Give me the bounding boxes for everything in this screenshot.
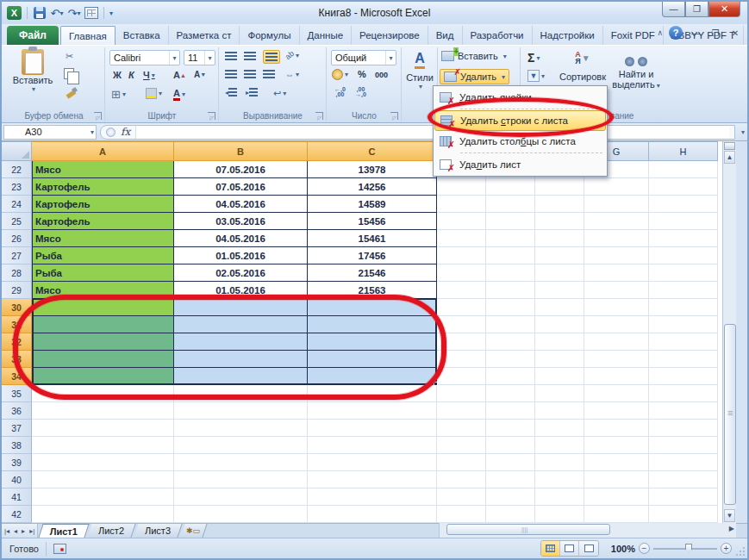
cell-H40[interactable] <box>649 471 718 488</box>
column-header-H[interactable]: H <box>649 141 718 161</box>
borders-button[interactable]: ⊞▾ <box>111 88 126 101</box>
cell-B42[interactable] <box>174 506 308 523</box>
prev-sheet-icon[interactable]: ◂ <box>14 527 17 535</box>
cell-C34[interactable] <box>308 368 437 385</box>
cell-B40[interactable] <box>174 471 308 488</box>
cell-G33[interactable] <box>584 351 649 368</box>
cell-E36[interactable] <box>486 402 535 420</box>
select-all-button[interactable] <box>2 141 32 161</box>
cell-D33[interactable] <box>437 351 486 368</box>
cell-G36[interactable] <box>584 402 649 420</box>
cell-G39[interactable] <box>584 454 649 471</box>
dialog-launcher-icon[interactable] <box>390 112 398 120</box>
cell-C42[interactable] <box>308 506 437 523</box>
cell-D24[interactable] <box>437 196 486 213</box>
column-header-B[interactable]: B <box>174 141 308 161</box>
cell-H30[interactable] <box>649 299 718 316</box>
cell-D40[interactable] <box>437 471 486 488</box>
cell-A32[interactable] <box>32 333 174 351</box>
row-header-29[interactable]: 29 <box>2 282 32 299</box>
cell-F31[interactable] <box>535 316 584 333</box>
cell-B27[interactable]: 01.05.2016 <box>174 247 308 264</box>
tab-Рецензирове[interactable]: Рецензирове <box>352 26 428 45</box>
underline-button[interactable]: Ч▾ <box>143 70 155 80</box>
insert-sheet-button[interactable]: ✱▭ <box>181 524 208 538</box>
cell-D36[interactable] <box>437 402 486 420</box>
cell-C32[interactable] <box>308 333 437 351</box>
tab-Разработчи[interactable]: Разработчи <box>463 26 533 45</box>
column-header-C[interactable]: C <box>308 141 437 161</box>
thousands-button[interactable]: 000 <box>375 71 388 79</box>
cell-B29[interactable]: 01.05.2016 <box>174 282 308 299</box>
cell-H23[interactable] <box>649 178 718 196</box>
cell-E42[interactable] <box>486 506 535 523</box>
cell-E34[interactable] <box>486 368 535 385</box>
zoom-out-icon[interactable]: − <box>639 543 650 554</box>
cell-F26[interactable] <box>535 230 584 247</box>
cell-B24[interactable]: 04.05.2016 <box>174 196 308 213</box>
paste-button[interactable]: Вставить ▾ <box>10 49 55 93</box>
cell-A24[interactable]: Картофель <box>32 196 174 213</box>
cell-H22[interactable] <box>649 161 718 178</box>
cell-G27[interactable] <box>584 247 649 264</box>
fill-button[interactable]: ▼▾ <box>527 70 545 82</box>
cell-H32[interactable] <box>649 333 718 351</box>
cell-B23[interactable]: 07.05.2016 <box>174 178 308 196</box>
tab-Разметка ст[interactable]: Разметка ст <box>169 26 240 45</box>
cell-D38[interactable] <box>437 437 486 454</box>
cell-B32[interactable] <box>174 333 308 351</box>
cell-F27[interactable] <box>535 247 584 264</box>
cell-H41[interactable] <box>649 488 718 506</box>
cell-A30[interactable] <box>32 299 174 316</box>
cell-D23[interactable] <box>437 178 486 196</box>
row-header-31[interactable]: 31 <box>2 316 32 333</box>
align-center-button[interactable] <box>244 70 256 78</box>
row-header-27[interactable]: 27 <box>2 247 32 264</box>
cell-F37[interactable] <box>535 420 584 437</box>
sheet-tab-2[interactable]: Лист2 <box>88 524 136 538</box>
orientation-button[interactable]: ab▾ <box>285 51 299 59</box>
cell-C31[interactable] <box>308 316 437 333</box>
row-header-32[interactable]: 32 <box>2 333 32 351</box>
row-header-38[interactable]: 38 <box>2 437 32 454</box>
cell-H33[interactable] <box>649 351 718 368</box>
row-header-22[interactable]: 22 <box>2 161 32 178</box>
cell-D37[interactable] <box>437 420 486 437</box>
cell-H42[interactable] <box>649 506 718 523</box>
cell-B31[interactable] <box>174 316 308 333</box>
cell-A41[interactable] <box>32 488 174 506</box>
format-painter-button[interactable] <box>66 86 77 97</box>
cell-G32[interactable] <box>584 333 649 351</box>
row-header-42[interactable]: 42 <box>2 506 32 523</box>
tab-Foxit PDF[interactable]: Foxit PDF <box>603 26 664 45</box>
cell-F40[interactable] <box>535 471 584 488</box>
cell-C40[interactable] <box>308 471 437 488</box>
cell-F41[interactable] <box>535 488 584 506</box>
cell-E35[interactable] <box>486 385 535 402</box>
grow-font-button[interactable]: А▲ <box>173 70 186 80</box>
row-header-24[interactable]: 24 <box>2 196 32 213</box>
cell-C30[interactable] <box>308 299 437 316</box>
cell-C22[interactable]: 13978 <box>308 161 437 178</box>
horizontal-scrollbar[interactable]: ▶ <box>439 523 736 538</box>
cell-H28[interactable] <box>649 264 718 282</box>
cell-B33[interactable] <box>174 351 308 368</box>
scroll-right-icon[interactable]: ▶ <box>729 525 734 532</box>
cell-A40[interactable] <box>32 471 174 488</box>
minimize-ribbon-icon[interactable]: ∧ <box>657 28 663 37</box>
cell-A31[interactable] <box>32 316 174 333</box>
row-header-30[interactable]: 30 <box>2 299 32 316</box>
cell-B25[interactable]: 03.05.2016 <box>174 213 308 230</box>
insert-function-icon[interactable] <box>106 128 115 137</box>
align-right-button[interactable] <box>263 70 275 78</box>
cell-E25[interactable] <box>486 213 535 230</box>
cell-F34[interactable] <box>535 368 584 385</box>
vertical-scroll-thumb[interactable] <box>724 324 736 505</box>
cell-B28[interactable]: 02.05.2016 <box>174 264 308 282</box>
cell-H31[interactable] <box>649 316 718 333</box>
italic-button[interactable]: К <box>128 70 134 80</box>
sheet-tab-1[interactable]: Лист1 <box>39 524 90 538</box>
horizontal-scroll-thumb[interactable] <box>446 524 610 535</box>
zoom-slider[interactable] <box>653 548 717 550</box>
cell-H39[interactable] <box>649 454 718 471</box>
